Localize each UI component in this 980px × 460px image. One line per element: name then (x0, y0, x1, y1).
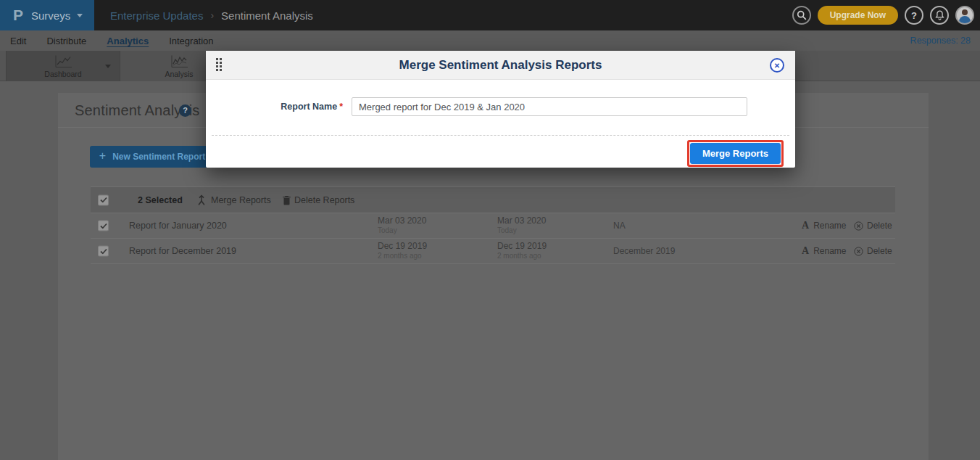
rename-button[interactable]: A Rename (802, 220, 846, 231)
delete-circle-icon (854, 221, 863, 231)
rename-letter-icon: A (802, 220, 809, 231)
survey-subnav: Edit Distribute Analytics Integration Re… (0, 30, 980, 51)
tab-edit[interactable]: Edit (10, 36, 26, 46)
questionpro-logo-icon: P (13, 7, 23, 24)
rename-letter-icon: A (802, 245, 809, 257)
highlight-annotation: Merge Reports (687, 140, 784, 167)
report-name-input[interactable] (352, 97, 747, 116)
delete-reports-label[interactable]: Delete Reports (294, 195, 354, 205)
merge-icon (196, 194, 207, 206)
rename-button[interactable]: A Rename (802, 245, 846, 257)
created-date: Dec 19 2019 (378, 241, 427, 251)
search-button[interactable] (792, 6, 811, 25)
table-row: Report for January 2020 Mar 03 2020 Toda… (91, 213, 895, 239)
merge-reports-submit-button[interactable]: Merge Reports (690, 143, 781, 164)
report-name-link[interactable]: Report for January 2020 (129, 221, 227, 231)
checkmark-icon (100, 248, 107, 254)
table-row: Report for December 2019 Dec 19 2019 2 m… (91, 239, 895, 264)
period-cell: December 2019 (613, 246, 675, 256)
new-sentiment-report-button[interactable]: + New Sentiment Report (90, 146, 215, 168)
navbar-actions: Upgrade Now ? (792, 0, 974, 30)
upgrade-now-button[interactable]: Upgrade Now (818, 6, 898, 25)
modal-title: Merge Sentiment Analysis Reports (206, 51, 795, 80)
delete-label: Delete (867, 246, 892, 256)
breadcrumb-current-page: Sentiment Analysis (221, 9, 313, 22)
dashboard-caret-icon[interactable] (105, 65, 111, 68)
modal-footer: Merge Reports (212, 135, 789, 168)
tab-analytics[interactable]: Analytics (107, 36, 149, 46)
responses-count[interactable]: Responses: 28 (910, 30, 971, 51)
merge-reports-modal: Merge Sentiment Analysis Reports ✕ Repor… (206, 51, 795, 168)
new-report-label: New Sentiment Report (112, 152, 205, 162)
select-all-checkbox[interactable] (98, 194, 109, 205)
period-cell: NA (613, 221, 626, 231)
help-button[interactable]: ? (905, 6, 923, 25)
page-help-icon[interactable]: ? (179, 104, 191, 117)
report-name-label-text: Report Name (281, 102, 337, 112)
report-name-label: Report Name* (206, 102, 343, 112)
created-date-cell: Dec 19 2019 2 months ago (378, 242, 427, 260)
subnav-items: Edit Distribute Analytics Integration (10, 30, 214, 51)
row-checkbox[interactable] (98, 246, 109, 257)
rename-label: Rename (813, 221, 846, 231)
avatar-head (962, 9, 968, 15)
notifications-button[interactable] (930, 6, 949, 25)
delete-reports-button[interactable] (282, 194, 291, 205)
created-date-cell: Mar 03 2020 Today (378, 216, 426, 235)
modified-relative: 2 months ago (497, 252, 541, 260)
search-icon (797, 10, 807, 20)
tab-distribute[interactable]: Distribute (46, 36, 86, 46)
created-date: Mar 03 2020 (378, 215, 426, 226)
reports-table: 2 Selected Merge Reports Delete Reports (91, 186, 895, 264)
selected-count-label: 2 Selected (138, 195, 183, 205)
modal-close-button[interactable]: ✕ (770, 58, 784, 73)
modified-relative: Today (497, 226, 517, 234)
bell-icon (935, 10, 944, 20)
merge-reports-button[interactable] (196, 194, 207, 206)
modal-header: Merge Sentiment Analysis Reports ✕ (206, 51, 795, 80)
report-name-link[interactable]: Report for December 2019 (129, 246, 236, 256)
toolbar-tab-label: Dashboard (44, 70, 81, 78)
merge-reports-label[interactable]: Merge Reports (211, 195, 271, 205)
breadcrumb-survey-name[interactable]: Enterprise Updates (110, 9, 203, 22)
dashboard-chart-icon (54, 54, 72, 68)
required-marker: * (339, 102, 343, 112)
delete-circle-icon (854, 247, 863, 256)
avatar-body (959, 16, 971, 25)
delete-button[interactable]: Delete (854, 221, 892, 231)
toolbar-tab-label: Analysis (165, 70, 193, 78)
breadcrumb-separator: › (210, 9, 214, 21)
report-name-form-row: Report Name* (206, 97, 795, 116)
user-avatar[interactable] (955, 6, 974, 25)
modified-date: Mar 03 2020 (497, 215, 546, 226)
chevron-down-icon (77, 14, 83, 17)
breadcrumb: Enterprise Updates › Sentiment Analysis (110, 0, 313, 30)
plus-icon: + (99, 149, 106, 163)
checkmark-icon (100, 197, 107, 203)
close-icon: ✕ (774, 62, 780, 70)
delete-button[interactable]: Delete (854, 246, 892, 256)
created-relative: Today (378, 226, 397, 234)
top-navbar: P Surveys Enterprise Updates › Sentiment… (0, 0, 980, 30)
question-mark-icon: ? (911, 10, 917, 21)
analysis-chart-icon (170, 54, 188, 68)
toolbar-tab-dashboard[interactable]: Dashboard (6, 51, 120, 81)
modified-date: Dec 19 2019 (497, 241, 547, 251)
created-relative: 2 months ago (378, 252, 422, 260)
trash-icon (282, 194, 291, 205)
product-switcher[interactable]: P Surveys (0, 0, 94, 30)
modal-body: Report Name* (206, 80, 795, 135)
checkmark-icon (100, 223, 107, 229)
row-checkbox[interactable] (98, 221, 109, 231)
delete-label: Delete (867, 221, 892, 231)
modified-date-cell: Mar 03 2020 Today (497, 216, 546, 235)
modified-date-cell: Dec 19 2019 2 months ago (497, 242, 547, 260)
tab-integration[interactable]: Integration (169, 36, 213, 46)
product-label: Surveys (31, 9, 70, 22)
drag-handle-icon[interactable] (216, 58, 222, 71)
table-bulk-actions-row: 2 Selected Merge Reports Delete Reports (91, 186, 895, 213)
rename-label: Rename (813, 246, 846, 256)
